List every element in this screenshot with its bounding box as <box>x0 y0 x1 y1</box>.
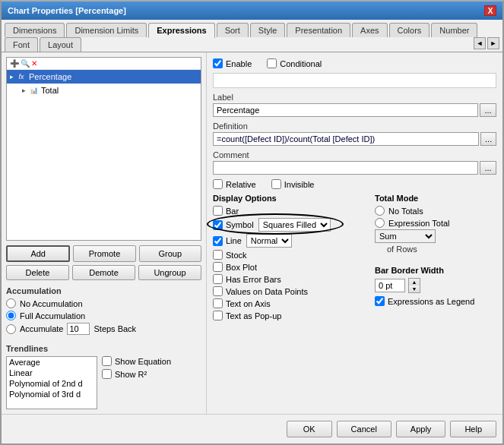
error-bars-label-row[interactable]: Has Error Bars <box>213 274 281 284</box>
tree-item-total[interactable]: ▸ 📊 Total <box>7 84 201 97</box>
accumulate-radio[interactable] <box>6 324 16 334</box>
symbol-row: Symbol Squares Filled Circles Filled Tri… <box>213 218 360 232</box>
line-row: Line Normal Thick <box>213 234 360 248</box>
apply-button[interactable]: Apply <box>396 421 446 437</box>
label-ellipsis-btn[interactable]: ... <box>480 103 496 117</box>
spinner-up-btn[interactable]: ▲ <box>409 279 420 286</box>
full-accumulation-radio[interactable] <box>6 311 16 320</box>
no-totals-option[interactable]: No Totals <box>375 206 496 216</box>
tab-style[interactable]: Style <box>250 23 285 37</box>
close-button[interactable]: X <box>484 5 496 16</box>
expression-total-option[interactable]: Expression Total <box>375 218 496 228</box>
bar-checkbox[interactable] <box>213 206 223 216</box>
show-r2-option[interactable]: Show R² <box>102 369 171 379</box>
conditional-option[interactable]: Conditional <box>267 58 322 68</box>
title-bar: Chart Properties [Percentage] X <box>2 2 502 20</box>
tab-axes[interactable]: Axes <box>352 23 387 37</box>
trend-linear[interactable]: Linear <box>7 368 97 378</box>
box-plot-checkbox[interactable] <box>213 262 223 272</box>
tree-add-icon[interactable]: ➕ <box>10 59 19 68</box>
show-equation-label: Show Equation <box>115 357 171 366</box>
tab-font[interactable]: Font <box>5 37 38 52</box>
no-accumulation-radio[interactable] <box>6 298 16 308</box>
total-mode-radios: No Totals Expression Total <box>375 206 496 228</box>
tree-x-icon[interactable]: ✕ <box>31 59 37 68</box>
trend-poly2[interactable]: Polynomial of 2nd d <box>7 378 97 389</box>
symbol-dropdown[interactable]: Squares Filled Circles Filled Triangles <box>258 218 331 232</box>
box-plot-label: Box Plot <box>226 263 257 272</box>
no-totals-radio[interactable] <box>375 206 385 216</box>
spinner-down-btn[interactable]: ▼ <box>409 286 420 292</box>
help-button[interactable]: Help <box>450 421 496 437</box>
tab-colors[interactable]: Colors <box>389 23 430 37</box>
text-on-axis-label-row[interactable]: Text on Axis <box>213 298 271 308</box>
tab-nav-left[interactable]: ◄ <box>474 37 486 49</box>
relative-option[interactable]: Relative <box>213 179 256 189</box>
conditional-checkbox[interactable] <box>267 58 277 68</box>
ungroup-button[interactable]: Ungroup <box>138 265 201 280</box>
show-equation-option[interactable]: Show Equation <box>102 356 171 366</box>
tab-number[interactable]: Number <box>431 23 477 37</box>
definition-ellipsis-btn[interactable]: ... <box>480 132 496 146</box>
delete-button[interactable]: Delete <box>6 265 69 280</box>
show-equation-checkbox[interactable] <box>102 356 112 366</box>
text-on-axis-checkbox[interactable] <box>213 298 223 308</box>
add-button[interactable]: Add <box>6 245 70 262</box>
cancel-button[interactable]: Cancel <box>337 421 391 437</box>
total-mode-title: Total Mode <box>375 194 496 203</box>
comment-input[interactable] <box>213 161 478 175</box>
expression-total-radio[interactable] <box>375 218 385 228</box>
tab-presentation[interactable]: Presentation <box>287 23 350 37</box>
accumulate-option[interactable]: Accumulate Steps Back <box>6 323 201 335</box>
box-plot-label-row[interactable]: Box Plot <box>213 262 257 272</box>
error-bars-label: Has Error Bars <box>226 275 281 284</box>
tab-expressions[interactable]: Expressions <box>148 23 214 38</box>
tab-dimensions[interactable]: Dimensions <box>5 23 65 37</box>
tab-nav-right[interactable]: ► <box>487 37 499 49</box>
sum-select[interactable]: Sum Average <box>375 229 436 243</box>
enable-option[interactable]: Enable <box>213 58 252 68</box>
line-checkbox[interactable] <box>213 236 223 246</box>
trend-poly3[interactable]: Polynomial of 3rd d <box>7 389 97 399</box>
relative-checkbox[interactable] <box>213 179 223 189</box>
stock-row: Stock <box>213 250 360 260</box>
expression-tree[interactable]: ➕ 🔍 ✕ ▸ fx Percentage ▸ 📊 Total <box>6 57 201 241</box>
symbol-label-row[interactable]: Symbol <box>213 220 254 230</box>
line-dropdown[interactable]: Normal Thick <box>246 234 292 248</box>
conditional-input[interactable] <box>213 73 496 88</box>
promote-button[interactable]: Promote <box>73 245 135 262</box>
bar-label-row[interactable]: Bar <box>213 206 239 216</box>
group-button[interactable]: Group <box>139 245 201 262</box>
comment-ellipsis-btn[interactable]: ... <box>480 161 496 175</box>
error-bars-checkbox[interactable] <box>213 274 223 284</box>
no-accumulation-option[interactable]: No Accumulation <box>6 298 201 308</box>
full-accumulation-option[interactable]: Full Accumulation <box>6 311 201 320</box>
tab-dimension-limits[interactable]: Dimension Limits <box>66 23 147 37</box>
text-popup-checkbox[interactable] <box>213 311 223 320</box>
line-label-row[interactable]: Line <box>213 236 242 246</box>
stock-checkbox[interactable] <box>213 250 223 260</box>
show-r2-checkbox[interactable] <box>102 369 112 379</box>
text-popup-label-row[interactable]: Text as Pop-up <box>213 311 281 320</box>
expressions-as-legend-checkbox[interactable] <box>375 296 385 306</box>
values-checkbox[interactable] <box>213 286 223 296</box>
values-label-row[interactable]: Values on Data Points <box>213 286 308 296</box>
demote-button[interactable]: Demote <box>72 265 135 280</box>
tab-layout[interactable]: Layout <box>40 37 81 52</box>
trend-average[interactable]: Average <box>7 357 97 368</box>
invisible-option[interactable]: Invisible <box>271 179 315 189</box>
label-input[interactable] <box>213 103 478 117</box>
ok-button[interactable]: OK <box>287 421 332 437</box>
symbol-checkbox[interactable] <box>213 220 223 230</box>
invisible-checkbox[interactable] <box>271 179 281 189</box>
comment-input-row: ... <box>213 161 496 175</box>
tab-sort[interactable]: Sort <box>217 23 249 37</box>
definition-input[interactable] <box>213 132 479 146</box>
tree-item-percentage[interactable]: ▸ fx Percentage <box>7 70 201 84</box>
trendlines-list[interactable]: Average Linear Polynomial of 2nd d Polyn… <box>6 356 97 409</box>
stock-label-row[interactable]: Stock <box>213 250 247 260</box>
bar-border-input[interactable] <box>375 279 405 292</box>
steps-input[interactable] <box>67 323 90 335</box>
enable-checkbox[interactable] <box>213 58 223 68</box>
tree-search-icon[interactable]: 🔍 <box>21 59 30 68</box>
